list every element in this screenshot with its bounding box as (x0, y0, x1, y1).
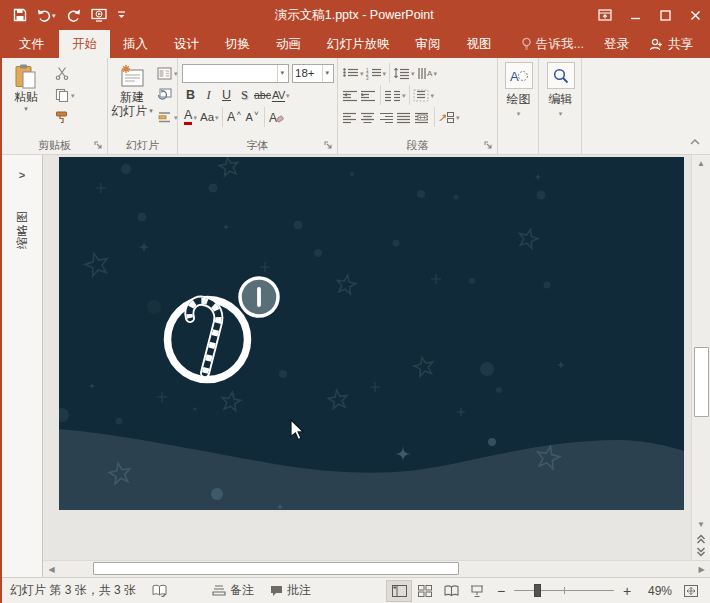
align-right-button[interactable] (378, 108, 395, 127)
close-button[interactable] (680, 0, 710, 30)
dropdown-icon[interactable]: ▾ (360, 70, 364, 77)
vertical-scroll-track[interactable] (693, 171, 710, 516)
tab-设计[interactable]: 设计 (161, 30, 212, 58)
editing-menu-button[interactable]: 编辑 ▾ (544, 62, 578, 117)
layout-dropdown-icon[interactable]: ▾ (174, 70, 178, 77)
dropdown-icon[interactable]: ▾ (431, 92, 435, 99)
horizontal-scroll-track[interactable] (60, 560, 693, 577)
text-shadow-button[interactable]: S (236, 86, 253, 105)
new-slide-dropdown-icon[interactable]: ▾ (149, 107, 153, 114)
font-size-dropdown-icon[interactable]: ▾ (322, 65, 331, 82)
slide-canvas[interactable] (43, 155, 691, 560)
slide[interactable] (59, 157, 684, 510)
slide-number-indicator[interactable]: 幻灯片 第 3 张，共 3 张 (8, 578, 144, 603)
zoom-in-button[interactable]: + (620, 583, 634, 599)
bullets-button[interactable]: ▾ (342, 64, 364, 83)
font-name-combobox[interactable]: ▾ (182, 64, 289, 83)
tab-插入[interactable]: 插入 (110, 30, 161, 58)
clipboard-dialog-launcher[interactable] (93, 140, 104, 151)
zoom-level-button[interactable]: 49% (638, 584, 672, 598)
bold-button[interactable]: B (182, 86, 199, 105)
redo-button[interactable] (63, 4, 84, 26)
ribbon-display-options-button[interactable] (590, 0, 620, 30)
drawing-dropdown-icon[interactable]: ▾ (517, 110, 521, 117)
strikethrough-button[interactable]: abc (254, 86, 271, 105)
slide-sorter-view-button[interactable] (412, 580, 438, 602)
start-slideshow-button[interactable] (88, 4, 110, 26)
zoom-slider-track[interactable] (514, 590, 614, 591)
decrease-indent-button[interactable] (342, 86, 359, 105)
change-case-dropdown-icon[interactable]: ▾ (215, 114, 219, 121)
dropdown-icon[interactable]: ▾ (383, 70, 387, 77)
character-spacing-button[interactable]: AV▾ (272, 86, 289, 105)
increase-font-size-button[interactable]: A˄ (226, 108, 243, 127)
font-size-combobox[interactable]: 18+▾ (292, 64, 334, 83)
distribute-button[interactable] (414, 108, 431, 127)
new-slide-button[interactable]: 新建 幻灯片▾ (112, 62, 152, 117)
tab-审阅[interactable]: 审阅 (403, 30, 454, 58)
expand-pane-icon[interactable]: > (19, 169, 25, 181)
clear-formatting-button[interactable]: A (268, 108, 285, 127)
customize-qat-button[interactable] (114, 4, 129, 26)
zoom-slider-thumb[interactable] (534, 584, 541, 597)
comments-button[interactable]: 批注 (262, 578, 319, 603)
format-painter-button[interactable] (52, 106, 78, 128)
collapse-ribbon-button[interactable] (689, 132, 701, 150)
change-case-button[interactable]: Aa▾ (200, 108, 219, 127)
maximize-button[interactable] (650, 0, 680, 30)
text-direction-button[interactable]: A▾ (416, 64, 438, 83)
share-button[interactable]: 共享 (640, 36, 702, 53)
tab-file[interactable]: 文件 (4, 30, 59, 58)
reset-slide-button[interactable] (154, 84, 181, 106)
thumbnail-pane-collapsed[interactable]: > 缩略图 (2, 155, 43, 560)
section-dropdown-icon[interactable]: ▾ (174, 114, 178, 121)
align-left-button[interactable] (342, 108, 359, 127)
scroll-left-icon[interactable]: ◀ (43, 560, 60, 577)
undo-button[interactable]: ▾ (34, 4, 59, 26)
dropdown-icon[interactable]: ▾ (434, 70, 438, 77)
copy-dropdown-icon[interactable]: ▾ (71, 92, 75, 99)
normal-view-button[interactable] (386, 580, 412, 602)
justify-button[interactable] (396, 108, 413, 127)
decrease-font-size-button[interactable]: A˅ (244, 108, 261, 127)
columns-button[interactable]: ▾ (384, 86, 406, 105)
line-spacing-button[interactable]: ▾ (393, 64, 415, 83)
slideshow-view-button[interactable] (464, 580, 490, 602)
copy-button[interactable]: ▾ (52, 84, 78, 106)
horizontal-scroll-thumb[interactable] (93, 562, 459, 575)
font-color-dropdown-icon[interactable]: ▾ (193, 114, 197, 121)
save-button[interactable] (10, 4, 30, 26)
layout-button[interactable]: ▾ (154, 62, 181, 84)
previous-slide-button[interactable] (693, 532, 710, 545)
tab-视图[interactable]: 视图 (454, 30, 505, 58)
scroll-right-icon[interactable]: ▶ (693, 560, 710, 577)
align-center-button[interactable] (360, 108, 377, 127)
tell-me-button[interactable]: 告诉我... (512, 36, 593, 53)
section-button[interactable]: ▾ (154, 106, 181, 128)
tab-切换[interactable]: 切换 (212, 30, 263, 58)
undo-dropdown-icon[interactable]: ▾ (52, 12, 56, 19)
tab-幻灯片放映[interactable]: 幻灯片放映 (314, 30, 403, 58)
tab-开始[interactable]: 开始 (59, 30, 110, 58)
paragraph-dialog-launcher[interactable] (483, 140, 494, 151)
underline-button[interactable]: U (218, 86, 235, 105)
notes-button[interactable]: 备注 (204, 578, 262, 603)
font-color-button[interactable]: A▾ (182, 108, 199, 127)
italic-button[interactable]: I (200, 86, 217, 105)
numbering-button[interactable]: 123▾ (365, 64, 387, 83)
scroll-up-icon[interactable]: ▲ (693, 155, 710, 171)
cut-button[interactable] (52, 62, 78, 84)
reading-view-button[interactable] (438, 580, 464, 602)
increase-indent-button[interactable] (360, 86, 377, 105)
dropdown-icon[interactable]: ▾ (402, 92, 406, 99)
convert-to-smartart-button[interactable]: ▾ (438, 108, 460, 127)
next-slide-button[interactable] (693, 545, 710, 558)
dropdown-icon[interactable]: ▾ (456, 114, 460, 121)
paste-button[interactable]: 粘贴 ▾ (6, 62, 46, 112)
minimize-button[interactable] (620, 0, 650, 30)
dropdown-icon[interactable]: ▾ (411, 70, 415, 77)
zoom-out-button[interactable]: − (494, 583, 508, 599)
proofing-button[interactable] (144, 578, 176, 603)
scroll-down-icon[interactable]: ▼ (693, 516, 710, 532)
editing-dropdown-icon[interactable]: ▾ (559, 110, 563, 117)
